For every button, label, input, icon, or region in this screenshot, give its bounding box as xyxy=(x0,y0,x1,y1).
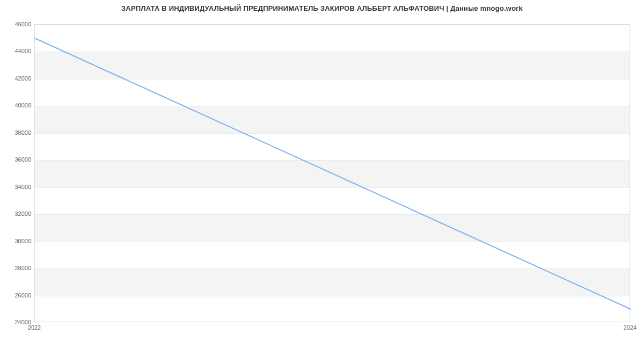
series-line xyxy=(35,38,631,309)
y-tick-label: 46000 xyxy=(4,21,31,27)
chart-container: ЗАРПЛАТА В ИНДИВИДУАЛЬНЫЙ ПРЕДПРИНИМАТЕЛ… xyxy=(0,0,644,349)
y-tick-label: 38000 xyxy=(4,129,31,136)
y-tick-label: 36000 xyxy=(4,156,31,163)
y-tick-label: 26000 xyxy=(4,292,31,299)
y-tick-label: 30000 xyxy=(4,238,31,244)
x-tick-label: 2022 xyxy=(28,324,41,331)
y-tick-label: 40000 xyxy=(4,102,31,108)
y-tick-label: 42000 xyxy=(4,75,31,82)
y-gridline xyxy=(35,323,630,323)
y-tick-label: 34000 xyxy=(4,184,31,190)
y-tick-label: 28000 xyxy=(4,265,31,271)
y-tick-label: 24000 xyxy=(4,319,31,325)
y-tick-label: 44000 xyxy=(4,48,31,54)
chart-title: ЗАРПЛАТА В ИНДИВИДУАЛЬНЫЙ ПРЕДПРИНИМАТЕЛ… xyxy=(0,4,644,12)
y-tick-label: 32000 xyxy=(4,210,31,217)
x-tick-label: 2024 xyxy=(624,324,636,331)
line-layer xyxy=(35,25,630,322)
plot-area xyxy=(34,24,630,322)
